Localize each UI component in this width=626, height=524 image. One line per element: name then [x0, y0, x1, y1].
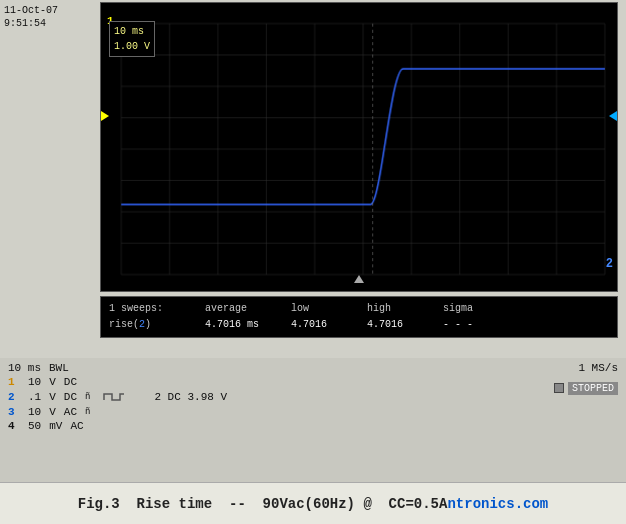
- ch1-row: 1 10 V DC: [8, 376, 618, 388]
- trigger-arrow-right: [609, 111, 617, 121]
- ch1-unit: V: [49, 376, 56, 388]
- ch2-row: 2 .1 V DC ñ 2 DC 3.98 V: [8, 390, 618, 404]
- sample-rate: 1 MS/s: [554, 362, 618, 374]
- sweeps-label: 1 sweeps:: [109, 301, 189, 317]
- avg-value: 4.7016 ms: [205, 317, 275, 333]
- caption-text: Fig.3 Rise time -- 90Vac(60Hz) @ CC=0.5A: [78, 496, 448, 512]
- ch1-volt: 10: [28, 376, 41, 388]
- info-box: 10 ms 1.00 V: [109, 21, 155, 57]
- ch3-unit: V: [49, 406, 56, 418]
- meas-values-row: rise(2) 4.7016 ms 4.7016 4.7016 - - -: [109, 317, 609, 333]
- ch2-num: 2: [8, 391, 20, 403]
- ch3-row: 3 10 V AC ñ: [8, 406, 618, 418]
- ch4-num: 4: [8, 420, 20, 432]
- ch3-coupling: AC: [64, 406, 77, 418]
- param-label: rise(2): [109, 317, 189, 333]
- waveform-canvas: [101, 3, 617, 291]
- brand-caption: ntronics.com: [447, 496, 548, 512]
- sigma-value: - - -: [443, 317, 473, 333]
- measurements-panel: 1 sweeps: average low high sigma rise(2)…: [100, 296, 618, 338]
- sq-wave-icon: [102, 390, 126, 404]
- bwl-label: BWL: [49, 362, 69, 374]
- low-col: low: [291, 301, 351, 317]
- trigger-arrow-bottom: [354, 275, 364, 283]
- channel-2-label: 2: [606, 257, 613, 271]
- ch4-volt: 50: [28, 420, 41, 432]
- ch2-unit: V: [49, 391, 56, 403]
- ch4-row: 4 50 mV AC: [8, 420, 618, 432]
- status-row: STOPPED: [554, 380, 618, 395]
- status-badge: STOPPED: [568, 382, 618, 395]
- timebase-value: 10 ms: [114, 26, 144, 37]
- bottom-panel: 10 ms BWL 1 10 V DC 2 .1 V DC ñ 2 DC 3.9…: [0, 358, 626, 482]
- sigma-col: sigma: [443, 301, 473, 317]
- right-panel: 1 MS/s STOPPED: [554, 362, 618, 395]
- ch2-dc-label: 2 DC 3.98 V: [154, 391, 227, 403]
- trigger-arrow-left: [101, 111, 109, 121]
- ch4-coupling: AC: [70, 420, 83, 432]
- ch2-volt: .1: [28, 391, 41, 403]
- voltage-value: 1.00 V: [114, 41, 150, 52]
- ch3-volt: 10: [28, 406, 41, 418]
- ch1-num: 1: [8, 376, 20, 388]
- avg-col: average: [205, 301, 275, 317]
- meas-header-row: 1 sweeps: average low high sigma: [109, 301, 609, 317]
- high-value: 4.7016: [367, 317, 427, 333]
- low-value: 4.7016: [291, 317, 351, 333]
- ch1-coupling: DC: [64, 376, 77, 388]
- ch2-coupling: DC: [64, 391, 77, 403]
- ch3-num: 3: [8, 406, 20, 418]
- ch4-unit: mV: [49, 420, 62, 432]
- param-ch: 2: [139, 319, 145, 330]
- caption: Fig.3 Rise time -- 90Vac(60Hz) @ CC=0.5A…: [0, 482, 626, 524]
- ch3-extra: ñ: [85, 407, 90, 417]
- date-time: 11-Oct-07 9:51:54: [4, 4, 58, 30]
- date-label: 11-Oct-07: [4, 5, 58, 16]
- time-label: 9:51:54: [4, 18, 46, 29]
- high-col: high: [367, 301, 427, 317]
- status-icon: [554, 383, 564, 393]
- scope-display: LeCroy 10 ms 1.00 V 1 2: [100, 2, 618, 292]
- timebase-label: 10 ms: [8, 362, 41, 374]
- ch2-extra: ñ: [85, 392, 90, 402]
- timebase-row: 10 ms BWL: [8, 362, 618, 374]
